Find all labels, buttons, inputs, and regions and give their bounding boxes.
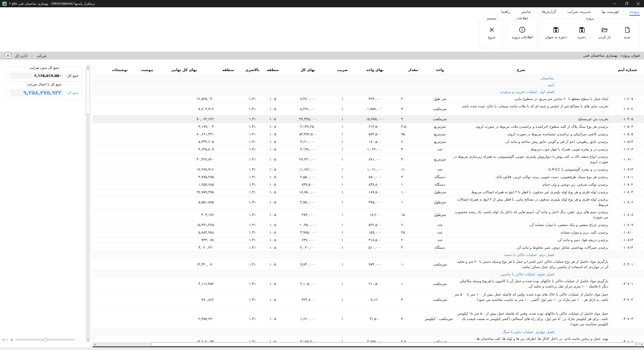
category-row[interactable]: فصل دوم. عملیات خاکی با دست [93, 251, 644, 258]
column-header-zone2[interactable]: منطقه [215, 65, 241, 75]
office-link[interactable]: اداره کل [15, 54, 27, 58]
restore-icon[interactable] [621, 0, 632, 7]
category-label: فصل چهارم. عملیات بنایی با سنگ [93, 328, 611, 335]
table-row[interactable]: ۰۱۰۸۰۹برچیدن چراغ سقفی و پنکه سقفی، یا م… [93, 221, 644, 229]
column-header-coeff[interactable]: ضریب [334, 65, 351, 75]
cell-item-number: ۰۳۰۷۰۳ [611, 309, 644, 328]
category-row[interactable]: فصل سوم. عملیات خاکی با ماشین [93, 271, 644, 277]
category-row[interactable]: ساختمان [93, 75, 644, 81]
column-header-final[interactable]: بهای کل نهایی [156, 65, 215, 75]
close-icon[interactable] [632, 0, 644, 7]
cell-total-price: ۵,۲۷۱,۰۰۰ [282, 103, 334, 115]
ribbon-tab[interactable]: نمایش [521, 8, 532, 16]
column-header-notes[interactable]: توضیحات [101, 65, 139, 75]
cell-attachment [139, 166, 156, 173]
table-row[interactable]: ۰۱۰۵۰۵برچیدن کاشی سرامیکی و تراشیدن چسبا… [93, 130, 644, 138]
cell-notes [101, 221, 139, 229]
column-header-zone[interactable]: منطقه [264, 65, 282, 75]
cell-total-price: ۱۱,۶۷۱,۰۰۰ [282, 166, 334, 173]
ribbon-tab[interactable]: پرونده [629, 8, 640, 16]
column-header-unit[interactable]: واحد [427, 65, 452, 75]
table-row[interactable]: ۰۱۰۶۱۰برچیدن انواع سقف کاذب، کف پوش یا د… [93, 153, 644, 166]
cell-final-total: ۳,۷۷۵,۲۷۵ [156, 173, 215, 181]
ribbon-button[interactable]: اطلاعات پروژه [512, 26, 533, 39]
table-row[interactable]: ۰۱۰۸۰۳برچیدن لوله فلزی و هر نوع لوله پلی… [93, 188, 644, 196]
zoom-in-button[interactable]: + [10, 338, 13, 341]
table-row[interactable]: ۰۱۰۵۱۴برچیدن عایق رطوبتی، اعم از قیر و گ… [93, 138, 644, 145]
column-header-code[interactable]: شماره آیتم [611, 65, 644, 75]
ribbon-tab[interactable]: گزارش‌ها [542, 8, 557, 16]
zoom-slider[interactable] [15, 339, 74, 340]
vertical-scrollbar-thumb[interactable] [86, 70, 90, 114]
table-row[interactable]: ۰۱۰۸۰۸برچیدن سیم های برق، تلفن، زنگ اخبا… [93, 208, 644, 221]
ribbon-tab[interactable]: مدیریت ضرایب [567, 8, 591, 16]
cell-final-total: ۱۲,۵۲۵,۰۳۰ [156, 95, 215, 103]
cell-item-number: ۰۱۰۴۰۲ [611, 103, 644, 115]
ribbon-button[interactable]: باز کردن [597, 26, 612, 39]
scroll-up-icon[interactable] [86, 65, 90, 69]
scroll-right-icon[interactable] [640, 342, 644, 346]
cell-attachment [139, 236, 156, 244]
company-link[interactable]: شرکت [36, 54, 47, 58]
table-row[interactable]: ۰۱۰۸۰۲برچیدن توالت شرقی، زیر دوشی و وان … [93, 181, 644, 188]
zoom-out-button[interactable]: - [77, 338, 78, 341]
cell-description: بارگیری مواد حاصل از عملیات خاکی یا خاکه… [453, 277, 611, 290]
table-row[interactable]: ۰۱۰۸۱۴برچیدن شیرآلات بهداشتی شامل دوش، ش… [93, 244, 644, 251]
cell-filler [93, 95, 101, 103]
table-row[interactable]: ۰۲۰۴۰۱بارگیری مواد حاصل از هر نوع عملیات… [93, 258, 644, 271]
table-row[interactable]: ۰۱۰۴۰۲تخریب بنایی های با مصالح غیر از خش… [93, 103, 644, 115]
ribbon-button[interactable]: ذخیره به عنوان [545, 26, 567, 39]
cell-filler [93, 221, 101, 229]
table-row-selected[interactable]: ۰۱۰۴۰۵تخریب بتن غیرمسلح.مترمکعب۳۱۵,۷۷۵,۰… [93, 115, 644, 123]
cell-filler [93, 188, 101, 196]
table-row[interactable]: ۰۳۰۷۰۳حمل مواد حاصل از عملیات خاکی یا خا… [93, 309, 644, 328]
ribbon-button[interactable]: جدید [620, 26, 635, 39]
scroll-down-icon[interactable] [86, 338, 90, 342]
column-header-price[interactable]: بهای واحد [351, 65, 399, 75]
vertical-scrollbar[interactable] [86, 65, 90, 342]
column-header-over[interactable]: بالاسری [241, 65, 264, 75]
cell-notes [101, 145, 139, 153]
table-row[interactable]: ۰۱۰۸۱۳برچیدن دریچه هوا، دمپر و مانند آن.… [93, 236, 644, 244]
cell-zone2 [215, 130, 241, 138]
horizontal-scrollbar[interactable] [93, 342, 644, 346]
table-row[interactable]: ۰۳۰۷۰۲حمل مواد حاصل از عملیات خاکی یا خا… [93, 290, 644, 309]
list-icon[interactable] [5, 53, 11, 58]
table-row[interactable]: ۰۱۰۸۱۰برچیدن کلید، پریز و موارد مشابه.عد… [93, 229, 644, 236]
table-row[interactable]: ۰۳۰۷۰۱بارگیری مواد حاصل از عملیات خاکی ی… [93, 277, 644, 290]
table-row[interactable]: ۰۱۰۲۰۷ایجاد شیار با سطح مقطع تا ۲۰ سانتی… [93, 95, 644, 103]
cell-zone-factor: ۱.۰۵ [264, 103, 282, 115]
category-label: ساختمان [93, 75, 611, 81]
category-row[interactable]: فصل چهارم. عملیات بنایی با سنگ [93, 328, 644, 335]
ribbon-button[interactable]: ذخیره [574, 26, 589, 39]
scroll-left-icon[interactable] [93, 342, 97, 346]
ribbon-tab[interactable]: فهرست بها [601, 8, 619, 16]
horizontal-scrollbar-thumb[interactable] [151, 342, 636, 346]
table-row[interactable]: ۰۱۰۷۱۳برچیدن در و پنجره آلومینیومی یا U.… [93, 166, 644, 173]
column-header-desc[interactable]: شرح [453, 65, 611, 75]
column-header-total[interactable]: بهای کل [282, 65, 334, 75]
minimize-icon[interactable] [609, 0, 621, 7]
column-header-attach[interactable]: پیوست [139, 65, 156, 75]
ribbon-tab[interactable]: راهنما [501, 8, 511, 16]
table-row[interactable]: ۰۴۰۱۰۱تهیه، حمل و ریختن ماسه بادی، در دا… [93, 335, 644, 342]
zoom-slider-thumb[interactable] [44, 338, 48, 342]
cell-filler [93, 335, 101, 342]
ribbon-button[interactable]: خروج [484, 26, 499, 39]
cell-quantity: ۱۰ [399, 277, 427, 290]
cell-total-price: ۲,۱۰۵,۰۰۰ [282, 277, 334, 290]
column-header-filler [93, 65, 101, 75]
category-row[interactable]: ابنیه [93, 81, 644, 88]
table-row[interactable]: ۰۱۰۵۰۳برچیدن هر نوع سنگ پلاک از کلیه سطو… [93, 123, 644, 130]
ribbon-group-label: اطلاعات [512, 16, 532, 21]
cell-unit: مترطول [427, 196, 452, 208]
cell-overhead-factor: ۱.۴۱ [241, 244, 264, 251]
cell-zone-factor: ۱.۰۵ [264, 95, 282, 103]
cell-description: حمل مواد حاصل از عملیات خاکی یا خاک های … [453, 290, 611, 309]
table-row[interactable]: ۰۱۰۶۰۴برچیدن در و پنجره چوبی، همراه با چ… [93, 145, 644, 153]
column-header-qty[interactable]: مقدار [399, 65, 427, 75]
category-row[interactable]: فصل اول. عملیات تخریب و برچیدن [93, 88, 644, 95]
table-row[interactable]: ۰۱۰۸۰۱برچیدن هر نوع سینک ظرفشویی، دست شو… [93, 173, 644, 181]
total-label: جمع کل: [66, 74, 79, 78]
table-row[interactable]: ۰۱۰۸۰۶برچیدن لوله فلزی و هر نوع لوله پلی… [93, 196, 644, 208]
